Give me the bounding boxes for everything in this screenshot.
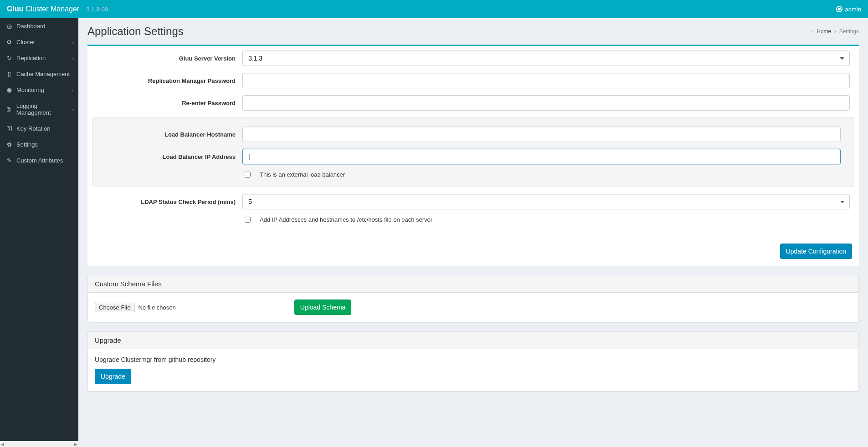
sidebar-item-keyrotation[interactable]: ⚿ Key Rotation [0,121,78,137]
label-external-lb: This is an external load balancer [260,171,345,178]
admin-label: admin [845,6,861,13]
repl-password-input[interactable] [242,73,850,88]
label-repl-pwd2: Re-enter Password [92,100,242,107]
breadcrumb-current: Settings [839,28,859,35]
sidebar-hscrollbar[interactable]: ◀ ▶ [0,441,78,447]
update-configuration-button[interactable]: Update Configuration [780,244,852,259]
label-add-hosts: Add IP Addresses and hostnames to /etc/h… [260,216,432,223]
upgrade-panel: Upgrade Upgrade Clustermgr from github r… [87,331,859,391]
breadcrumb-home[interactable]: Home [817,28,831,35]
sidebar-item-label: Custom Attributes [16,157,63,164]
chevron-left-icon: ‹ [72,56,74,61]
gear-icon: ✿ [5,141,13,148]
replication-icon: ↻ [5,55,13,61]
label-ldap-period: LDAP Status Check Period (mins) [92,198,242,205]
gluu-version-select[interactable]: 3.1.3 [242,51,850,66]
sidebar-item-label: Dashboard [16,23,46,30]
choose-file-button[interactable]: Choose File [95,303,134,312]
brand[interactable]: Gluu Cluster Manager [7,5,79,13]
external-lb-checkbox[interactable] [245,172,251,178]
scroll-left-icon[interactable]: ◀ [1,442,4,447]
sidebar-item-dashboard[interactable]: ◶ Dashboard [0,18,78,34]
sidebar-item-cluster[interactable]: ⚙ Cluster ‹ [0,34,78,50]
sidebar-item-label: Cache Management [16,71,70,77]
main-header: Gluu Cluster Manager 3.1.3-08 admin [0,0,868,18]
sidebar-item-custom-attributes[interactable]: ✎ Custom Attributes [0,152,78,168]
sidebar-item-label: Replication [16,55,46,61]
lb-ip-input[interactable] [242,149,841,164]
label-repl-pwd: Replication Manager Password [92,77,242,84]
scroll-right-icon[interactable]: ▶ [74,442,77,447]
loadbalancer-well: Load Balancer Hostname Load Balancer IP … [92,117,854,187]
ldap-period-select[interactable]: 5 [242,194,850,209]
custom-schema-panel: Custom Schema Files Choose File No file … [87,275,859,322]
label-gluu-version: Gluu Server Version [92,55,242,62]
panel-title-schema: Custom Schema Files [88,275,858,293]
cluster-icon: ⚙ [5,39,13,46]
add-hosts-checkbox[interactable] [245,217,251,223]
sidebar-item-monitoring[interactable]: ◉ Monitoring ‹ [0,82,78,98]
sidebar-item-cache[interactable]: ▯ Cache Management [0,66,78,82]
lb-hostname-input[interactable] [242,127,841,142]
sidebar-item-label: Logging Management [16,102,73,116]
version-label: 3.1.3-08 [86,6,108,13]
monitoring-icon: ◉ [5,86,13,93]
admin-menu[interactable]: admin [836,6,861,13]
user-icon [836,6,842,12]
edit-icon: ✎ [5,157,13,164]
sidebar: ◶ Dashboard ⚙ Cluster ‹ ↻ Replication ‹ … [0,18,78,447]
sidebar-item-label: Monitoring [16,86,44,93]
file-chosen-label: No file chosen [138,304,175,311]
sidebar-item-replication[interactable]: ↻ Replication ‹ [0,50,78,66]
home-icon: ⌂ [811,28,814,35]
panel-title-upgrade: Upgrade [88,332,858,349]
chevron-left-icon: ‹ [72,87,74,93]
dashboard-icon: ◶ [5,23,13,30]
breadcrumb: ⌂ Home › Settings [811,28,859,35]
sidebar-item-label: Settings [16,141,38,148]
cache-icon: ▯ [5,71,13,77]
upgrade-button[interactable]: Upgrade [95,369,131,384]
label-lb-ip: Load Balancer IP Address [101,153,242,160]
upgrade-text: Upgrade Clustermgr from github repositor… [95,356,852,363]
key-icon: ⚿ [5,125,13,132]
sidebar-item-label: Key Rotation [16,125,50,132]
chevron-left-icon: ‹ [72,107,74,112]
repl-password-confirm-input[interactable] [242,95,850,111]
sidebar-item-settings[interactable]: ✿ Settings [0,137,78,152]
label-lb-host: Load Balancer Hostname [101,131,242,138]
page-title: Application Settings [87,25,184,38]
chevron-left-icon: ‹ [72,40,74,45]
content: Application Settings ⌂ Home › Settings G… [78,18,868,447]
logging-icon: 🗎 [5,106,13,113]
sidebar-item-logging[interactable]: 🗎 Logging Management ‹ [0,98,78,121]
sidebar-item-label: Cluster [16,39,35,46]
upload-schema-button[interactable]: Upload Schema [294,300,352,315]
settings-box: Gluu Server Version 3.1.3 Replication Ma… [87,45,859,266]
